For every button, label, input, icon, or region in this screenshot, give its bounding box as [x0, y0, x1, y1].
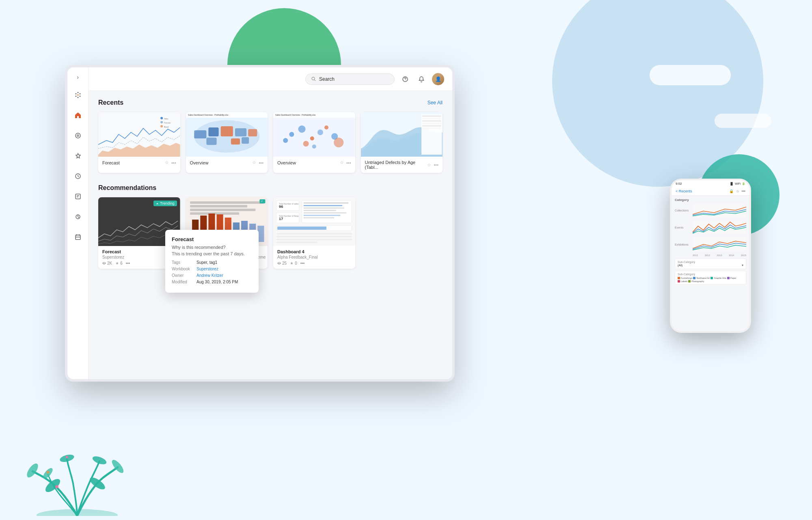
svg-point-7 [76, 133, 80, 138]
recents-title: Recents [98, 99, 123, 106]
recent-card-defects[interactable]: Untriaged Defects by Age (Tabl... ☆ ••• [361, 112, 443, 173]
svg-rect-78 [304, 202, 349, 204]
phone-subcategory-label: Sub-Category [678, 261, 743, 263]
tooltip-workbook-value[interactable]: Superstorez [197, 267, 218, 271]
phone-star-icon[interactable]: ☆ [736, 189, 739, 193]
sidebar-item-explore[interactable] [71, 129, 84, 142]
forecast-more-icon[interactable]: ••• [171, 160, 176, 165]
phone-legend-title: Sub-Category [678, 273, 743, 276]
help-button[interactable] [400, 73, 411, 85]
phone-content: Category Collections [672, 196, 749, 331]
legend-furnishings-label: Furnishings [681, 277, 692, 279]
svg-rect-90 [276, 233, 352, 235]
sidebar-item-shared[interactable] [71, 190, 84, 203]
forecast-more[interactable]: ••• [126, 261, 130, 265]
overview1-star-icon[interactable]: ☆ [252, 160, 256, 165]
svg-rect-92 [276, 239, 352, 240]
overview1-thumbnail: Sales Dashboard Overview - Profitability… [186, 112, 268, 157]
phone-subcategory-filter[interactable]: Sub-Category (All) ▾ [675, 259, 746, 269]
laptop-container: › [65, 65, 455, 382]
rec-card-dashboard4[interactable]: Total Number of sales 96 [273, 197, 355, 269]
sidebar-item-projects[interactable] [71, 210, 84, 223]
svg-point-107 [37, 509, 118, 516]
trending-badge: Trending [153, 201, 177, 206]
recents-see-all[interactable]: See All [428, 100, 443, 106]
phone-exhibitions-chart [693, 237, 746, 252]
legend-photography-label: Photography [691, 280, 704, 283]
phone-more-icon[interactable]: ••• [742, 189, 745, 193]
tooltip-tags-label: Tags [172, 260, 194, 265]
sidebar-item-tableau-logo[interactable] [71, 88, 84, 101]
dashboard4-more[interactable]: ••• [300, 261, 305, 265]
legend-american-art: Graphic Arts [710, 277, 726, 279]
svg-point-104 [55, 485, 58, 488]
content-area: Recents See All [89, 91, 452, 379]
svg-rect-77 [302, 201, 352, 223]
phone-exhibitions-label: Exhibitions [675, 237, 691, 252]
recents-section-header: Recents See All [98, 99, 443, 106]
svg-point-17 [160, 117, 163, 119]
forecast-star-icon[interactable]: ☆ [165, 160, 169, 165]
notifications-button[interactable] [416, 73, 427, 85]
svg-rect-26 [208, 127, 218, 136]
legend-paper: Paper [727, 277, 736, 279]
legend-photography-color [688, 280, 691, 283]
defects-star-icon[interactable]: ☆ [427, 162, 431, 168]
phone-frame: 9:02 ▐▌ WiFi 🔋 < Recents 🔒 ☆ ••• [670, 179, 751, 333]
phone-events-row: Events [675, 220, 746, 235]
svg-point-46 [303, 141, 309, 147]
sidebar-collapse-button[interactable]: › [73, 73, 83, 81]
phone-time: 9:02 [676, 182, 682, 186]
svg-rect-82 [304, 212, 347, 214]
search-box[interactable]: Search [305, 73, 395, 85]
svg-point-0 [77, 92, 78, 93]
sidebar-item-favorites[interactable] [71, 149, 84, 162]
phone-status-bar: 9:02 ▐▌ WiFi 🔋 [672, 180, 749, 187]
tooltip-owner-value[interactable]: Andrew Kritzer [197, 273, 223, 278]
tooltip-tags-value: Super, tag1 [197, 260, 217, 265]
svg-text:17: 17 [279, 217, 283, 221]
legend-appliances: Labels [678, 280, 687, 283]
phone-status-icons: ▐▌ WiFi 🔋 [730, 182, 745, 186]
phone-filter-chevron[interactable]: ▾ [742, 263, 743, 267]
recent-card-overview2[interactable]: Sales Dashboard Overview - Profitability… [273, 112, 355, 173]
svg-text:↗: ↗ [261, 200, 263, 203]
overview2-more-icon[interactable]: ••• [346, 160, 351, 165]
recommendation-tooltip: Forecast Why is this recommended? This i… [165, 230, 259, 293]
svg-rect-35 [273, 112, 355, 157]
laptop-screen: › [67, 67, 452, 379]
svg-rect-52 [422, 120, 441, 122]
svg-rect-60 [190, 209, 255, 211]
recent-card-overview1[interactable]: Sales Dashboard Overview - Profitability… [186, 112, 268, 173]
user-avatar[interactable]: 👤 [432, 73, 444, 85]
phone-back-button[interactable]: < Recents [676, 189, 692, 193]
phone-collections-chart [693, 203, 746, 218]
topbar: Search 👤 [89, 67, 452, 91]
overview2-star-icon[interactable]: ☆ [340, 160, 344, 165]
phone-action-icons: 🔒 ☆ ••• [729, 189, 745, 193]
forecast-actions: ☆ ••• [165, 160, 176, 165]
svg-point-40 [310, 136, 314, 140]
svg-point-4 [75, 96, 76, 97]
overview2-footer: Overview ☆ ••• [273, 157, 355, 168]
svg-rect-28 [235, 128, 246, 136]
dashboard4-rec-thumbnail: Total Number of sales 96 [273, 197, 355, 246]
sidebar-item-recents[interactable] [71, 170, 84, 183]
recent-card-forecast[interactable]: Sales Forecast Actual Forecast ☆ ••• [98, 112, 180, 173]
sidebar-item-schedule[interactable] [71, 231, 84, 244]
legend-paper-color [727, 277, 730, 279]
main-content: Search 👤 [89, 67, 452, 379]
sidebar-item-home[interactable] [71, 109, 84, 122]
svg-point-106 [47, 471, 50, 474]
phone-lock-icon[interactable]: 🔒 [729, 189, 734, 193]
legend-photography: Photography [688, 280, 704, 283]
recents-grid: Sales Forecast Actual Forecast ☆ ••• [98, 112, 443, 173]
overview1-more-icon[interactable]: ••• [259, 160, 263, 165]
tooltip-why-label: Why is this recommended? [172, 245, 252, 250]
sidebar: › [67, 67, 89, 379]
defects-more-icon[interactable]: ••• [434, 162, 438, 167]
recommendations-section-header: Recommendations [98, 184, 443, 192]
svg-point-41 [317, 129, 323, 135]
svg-rect-31 [231, 138, 240, 145]
svg-rect-53 [422, 123, 441, 124]
